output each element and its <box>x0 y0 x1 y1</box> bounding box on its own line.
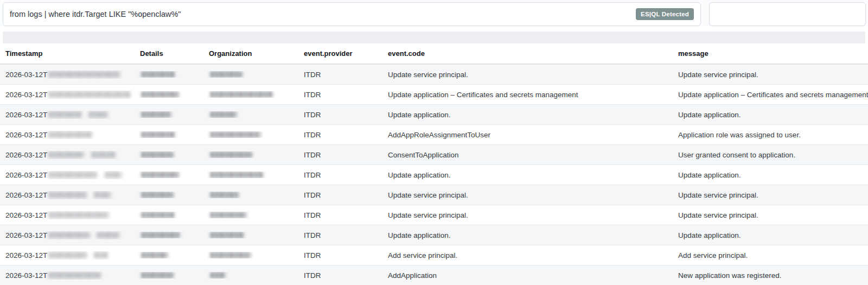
timestamp-cell: 2026-03-12T <box>0 151 135 159</box>
timestamp-prefix: 2026-03-12T <box>5 111 47 119</box>
organization-cell <box>203 212 298 218</box>
table-row[interactable]: 2026-03-12TITDRUpdate service principal.… <box>0 185 868 205</box>
column-header-organization[interactable]: Organization <box>203 49 298 58</box>
organization-redacted-blur <box>210 192 239 198</box>
details-redacted-blur <box>142 71 175 78</box>
organization-cell <box>203 232 298 238</box>
results-table: TimestampDetailsOrganizationevent.provid… <box>0 43 868 285</box>
event-code-cell: Update application. <box>382 171 673 179</box>
event-provider-cell: ITDR <box>298 251 382 259</box>
timestamp-redacted-blur <box>49 192 87 198</box>
query-input[interactable]: from logs | where itdr.Target LIKE "%ope… <box>3 2 701 26</box>
timestamp-redacted-blur <box>92 151 116 158</box>
message-cell: Update service principal. <box>673 71 868 79</box>
details-cell <box>135 212 203 218</box>
timestamp-redacted-blur <box>105 172 122 178</box>
timestamp-redacted-blur <box>49 151 84 158</box>
table-header-row: TimestampDetailsOrganizationevent.provid… <box>0 43 868 64</box>
details-redacted-blur <box>142 91 178 98</box>
table-row[interactable]: 2026-03-12TITDRUpdate application.Update… <box>0 164 868 185</box>
event-provider-cell: ITDR <box>298 231 382 239</box>
details-redacted-blur <box>142 272 173 278</box>
table-row[interactable]: 2026-03-12TITDRConsentToApplicationUser … <box>0 144 868 164</box>
query-toolbar: from logs | where itdr.Target LIKE "%ope… <box>0 0 868 26</box>
table-row[interactable]: 2026-03-12TITDRUpdate service principal.… <box>0 205 868 225</box>
details-cell <box>135 111 203 118</box>
timestamp-prefix: 2026-03-12T <box>5 71 47 79</box>
table-row[interactable]: 2026-03-12TITDRUpdate application – Cert… <box>0 84 868 104</box>
message-cell: Update application. <box>673 231 868 239</box>
column-header-event-provider[interactable]: event.provider <box>298 49 382 58</box>
event-provider-cell: ITDR <box>298 171 382 179</box>
event-provider-cell: ITDR <box>298 131 382 139</box>
event-code-cell: AddApplication <box>382 271 673 280</box>
organization-cell <box>203 91 298 98</box>
message-cell: Update service principal. <box>673 191 868 199</box>
timestamp-cell: 2026-03-12T <box>0 111 135 119</box>
event-code-cell: Update application – Certificates and se… <box>382 91 673 99</box>
message-cell: Application role was assigned to user. <box>673 131 868 139</box>
details-redacted-blur <box>142 212 174 218</box>
organization-cell <box>203 172 298 178</box>
event-provider-cell: ITDR <box>298 71 382 79</box>
details-cell <box>135 232 203 238</box>
timestamp-redacted-blur <box>89 111 108 118</box>
timestamp-cell: 2026-03-12T <box>0 211 135 219</box>
organization-redacted-blur <box>210 172 264 178</box>
column-header-message[interactable]: message <box>673 49 868 58</box>
table-row[interactable]: 2026-03-12TITDRAddAppRoleAssignmentToUse… <box>0 124 868 144</box>
timestamp-cell: 2026-03-12T <box>0 191 135 199</box>
timestamp-redacted-blur <box>49 232 90 238</box>
event-code-cell: Update service principal. <box>382 211 673 219</box>
timestamp-redacted-blur <box>97 232 119 238</box>
table-row[interactable]: 2026-03-12TITDRUpdate application.Update… <box>0 225 868 245</box>
timestamp-redacted-blur <box>94 192 111 198</box>
timestamp-prefix: 2026-03-12T <box>5 91 47 99</box>
event-provider-cell: ITDR <box>298 191 382 199</box>
organization-cell <box>203 151 298 158</box>
message-cell: Update application. <box>673 111 868 119</box>
timestamp-cell: 2026-03-12T <box>0 171 135 179</box>
table-row[interactable]: 2026-03-12TITDRAdd service principal.Add… <box>0 245 868 265</box>
organization-redacted-blur <box>210 272 226 278</box>
message-cell: User granted consent to application. <box>673 151 868 159</box>
secondary-input[interactable] <box>709 2 866 26</box>
timestamp-prefix: 2026-03-12T <box>5 211 47 219</box>
table-row[interactable]: 2026-03-12TITDRAddApplicationNew applica… <box>0 265 868 285</box>
table-row[interactable]: 2026-03-12TITDRUpdate application.Update… <box>0 104 868 124</box>
query-text: from logs | where itdr.Target LIKE "%ope… <box>10 10 181 18</box>
organization-redacted-blur <box>210 252 251 258</box>
timestamp-cell: 2026-03-12T <box>0 251 135 259</box>
column-header-event-code[interactable]: event.code <box>382 49 673 58</box>
table-row[interactable]: 2026-03-12TITDRUpdate service principal.… <box>0 64 868 84</box>
timestamp-cell: 2026-03-12T <box>0 91 135 99</box>
organization-redacted-blur <box>210 91 273 98</box>
timestamp-cell: 2026-03-12T <box>0 131 135 139</box>
timestamp-redacted-blur <box>49 172 98 178</box>
details-cell <box>135 91 203 98</box>
timestamp-prefix: 2026-03-12T <box>5 171 47 179</box>
details-redacted-blur <box>142 151 173 158</box>
column-header-details[interactable]: Details <box>135 49 203 58</box>
details-redacted-blur <box>142 131 175 138</box>
event-code-cell: Add service principal. <box>382 251 673 259</box>
timestamp-redacted-blur <box>49 131 92 138</box>
column-header-timestamp[interactable]: Timestamp <box>0 49 135 58</box>
details-redacted-blur <box>142 192 173 198</box>
timestamp-prefix: 2026-03-12T <box>5 271 47 280</box>
message-cell: Update service principal. <box>673 211 868 219</box>
event-code-cell: ConsentToApplication <box>382 151 673 159</box>
timestamp-prefix: 2026-03-12T <box>5 191 47 199</box>
timestamp-redacted-blur <box>49 272 100 278</box>
details-cell <box>135 272 203 278</box>
timestamp-cell: 2026-03-12T <box>0 71 135 79</box>
timestamp-prefix: 2026-03-12T <box>5 151 47 159</box>
timestamp-cell: 2026-03-12T <box>0 271 135 280</box>
timestamp-redacted-blur <box>49 71 119 78</box>
details-cell <box>135 131 203 138</box>
event-code-cell: Update application. <box>382 231 673 239</box>
event-provider-cell: ITDR <box>298 151 382 159</box>
toolbar-strip <box>3 31 865 43</box>
message-cell: Update application. <box>673 171 868 179</box>
timestamp-prefix: 2026-03-12T <box>5 131 47 139</box>
